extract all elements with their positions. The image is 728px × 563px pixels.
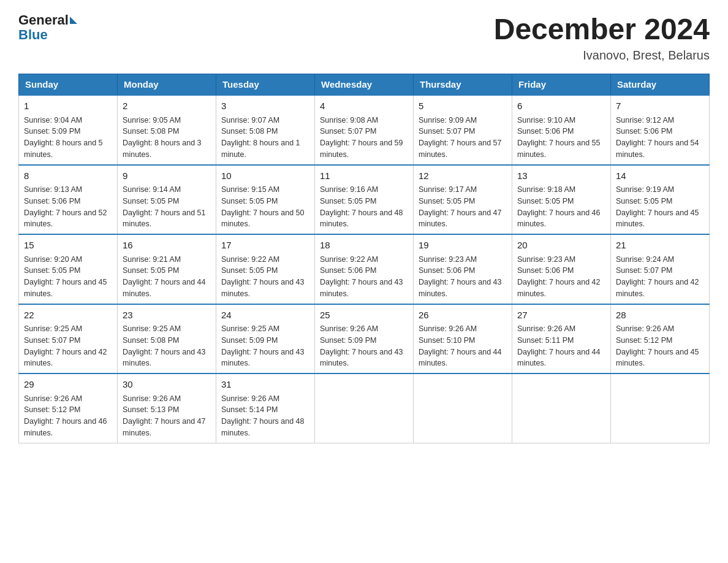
title-block: December 2024 Ivanovo, Brest, Belarus: [494, 12, 710, 63]
day-number: 22: [24, 308, 112, 323]
day-cell-5: 5Sunrise: 9:09 AMSunset: 5:07 PMDaylight…: [414, 95, 512, 165]
day-cell-25: 25Sunrise: 9:26 AMSunset: 5:09 PMDayligh…: [315, 304, 414, 374]
day-cell-23: 23Sunrise: 9:25 AMSunset: 5:08 PMDayligh…: [118, 304, 216, 374]
calendar-table: SundayMondayTuesdayWednesdayThursdayFrid…: [18, 74, 710, 443]
day-info: Sunrise: 9:21 AMSunset: 5:05 PMDaylight:…: [123, 254, 211, 300]
week-row-4: 22Sunrise: 9:25 AMSunset: 5:07 PMDayligh…: [19, 304, 710, 374]
day-info: Sunrise: 9:10 AMSunset: 5:06 PMDaylight:…: [517, 115, 605, 161]
day-info: Sunrise: 9:07 AMSunset: 5:08 PMDaylight:…: [221, 115, 309, 161]
day-info: Sunrise: 9:24 AMSunset: 5:07 PMDaylight:…: [616, 254, 704, 300]
col-header-wednesday: Wednesday: [315, 74, 414, 96]
day-info: Sunrise: 9:25 AMSunset: 5:09 PMDaylight:…: [221, 323, 309, 369]
day-info: Sunrise: 9:17 AMSunset: 5:05 PMDaylight:…: [419, 184, 507, 230]
day-number: 5: [419, 99, 507, 113]
day-number: 8: [24, 169, 112, 183]
day-info: Sunrise: 9:04 AMSunset: 5:09 PMDaylight:…: [24, 115, 112, 161]
logo-general-text: General: [18, 12, 69, 28]
day-info: Sunrise: 9:26 AMSunset: 5:12 PMDaylight:…: [616, 323, 704, 369]
day-number: 26: [419, 308, 507, 323]
day-cell-29: 29Sunrise: 9:26 AMSunset: 5:12 PMDayligh…: [19, 373, 118, 443]
day-cell-14: 14Sunrise: 9:19 AMSunset: 5:05 PMDayligh…: [611, 165, 710, 235]
day-number: 31: [221, 378, 309, 392]
empty-cell: [414, 373, 512, 443]
day-number: 19: [419, 239, 507, 253]
logo-arrow-icon: [70, 17, 77, 24]
day-cell-30: 30Sunrise: 9:26 AMSunset: 5:13 PMDayligh…: [118, 373, 216, 443]
logo: General Blue: [18, 12, 77, 43]
day-cell-1: 1Sunrise: 9:04 AMSunset: 5:09 PMDaylight…: [19, 95, 118, 165]
week-row-2: 8Sunrise: 9:13 AMSunset: 5:06 PMDaylight…: [19, 165, 710, 235]
day-info: Sunrise: 9:25 AMSunset: 5:08 PMDaylight:…: [123, 323, 211, 369]
day-info: Sunrise: 9:23 AMSunset: 5:06 PMDaylight:…: [517, 254, 605, 300]
day-cell-3: 3Sunrise: 9:07 AMSunset: 5:08 PMDaylight…: [216, 95, 315, 165]
day-info: Sunrise: 9:26 AMSunset: 5:12 PMDaylight:…: [24, 393, 112, 439]
day-number: 17: [221, 239, 309, 253]
day-number: 11: [320, 169, 408, 183]
day-cell-24: 24Sunrise: 9:25 AMSunset: 5:09 PMDayligh…: [216, 304, 315, 374]
day-cell-9: 9Sunrise: 9:14 AMSunset: 5:05 PMDaylight…: [118, 165, 216, 235]
col-header-friday: Friday: [512, 74, 611, 96]
day-cell-27: 27Sunrise: 9:26 AMSunset: 5:11 PMDayligh…: [512, 304, 611, 374]
day-cell-21: 21Sunrise: 9:24 AMSunset: 5:07 PMDayligh…: [611, 234, 710, 304]
day-number: 20: [517, 239, 605, 253]
day-info: Sunrise: 9:26 AMSunset: 5:14 PMDaylight:…: [221, 393, 309, 439]
day-info: Sunrise: 9:12 AMSunset: 5:06 PMDaylight:…: [616, 115, 704, 161]
week-row-1: 1Sunrise: 9:04 AMSunset: 5:09 PMDaylight…: [19, 95, 710, 165]
day-info: Sunrise: 9:25 AMSunset: 5:07 PMDaylight:…: [24, 323, 112, 369]
day-number: 16: [123, 239, 211, 253]
day-cell-22: 22Sunrise: 9:25 AMSunset: 5:07 PMDayligh…: [19, 304, 118, 374]
day-number: 15: [24, 239, 112, 253]
empty-cell: [315, 373, 414, 443]
day-cell-19: 19Sunrise: 9:23 AMSunset: 5:06 PMDayligh…: [414, 234, 512, 304]
day-number: 23: [123, 308, 211, 323]
day-info: Sunrise: 9:19 AMSunset: 5:05 PMDaylight:…: [616, 184, 704, 230]
col-header-thursday: Thursday: [414, 74, 512, 96]
day-info: Sunrise: 9:26 AMSunset: 5:10 PMDaylight:…: [419, 323, 507, 369]
day-cell-20: 20Sunrise: 9:23 AMSunset: 5:06 PMDayligh…: [512, 234, 611, 304]
day-info: Sunrise: 9:22 AMSunset: 5:06 PMDaylight:…: [320, 254, 408, 300]
day-number: 14: [616, 169, 704, 183]
day-number: 10: [221, 169, 309, 183]
col-header-monday: Monday: [118, 74, 216, 96]
day-number: 25: [320, 308, 408, 323]
day-info: Sunrise: 9:22 AMSunset: 5:05 PMDaylight:…: [221, 254, 309, 300]
day-cell-26: 26Sunrise: 9:26 AMSunset: 5:10 PMDayligh…: [414, 304, 512, 374]
day-cell-28: 28Sunrise: 9:26 AMSunset: 5:12 PMDayligh…: [611, 304, 710, 374]
day-info: Sunrise: 9:18 AMSunset: 5:05 PMDaylight:…: [517, 184, 605, 230]
col-header-sunday: Sunday: [19, 74, 118, 96]
week-row-5: 29Sunrise: 9:26 AMSunset: 5:12 PMDayligh…: [19, 373, 710, 443]
day-info: Sunrise: 9:15 AMSunset: 5:05 PMDaylight:…: [221, 184, 309, 230]
day-number: 24: [221, 308, 309, 323]
col-header-tuesday: Tuesday: [216, 74, 315, 96]
day-cell-31: 31Sunrise: 9:26 AMSunset: 5:14 PMDayligh…: [216, 373, 315, 443]
page-header: General Blue December 2024 Ivanovo, Bres…: [18, 12, 710, 63]
day-number: 29: [24, 378, 112, 392]
day-info: Sunrise: 9:16 AMSunset: 5:05 PMDaylight:…: [320, 184, 408, 230]
day-info: Sunrise: 9:14 AMSunset: 5:05 PMDaylight:…: [123, 184, 211, 230]
day-number: 1: [24, 99, 112, 113]
day-cell-15: 15Sunrise: 9:20 AMSunset: 5:05 PMDayligh…: [19, 234, 118, 304]
day-info: Sunrise: 9:09 AMSunset: 5:07 PMDaylight:…: [419, 115, 507, 161]
col-header-saturday: Saturday: [611, 74, 710, 96]
day-info: Sunrise: 9:13 AMSunset: 5:06 PMDaylight:…: [24, 184, 112, 230]
day-info: Sunrise: 9:20 AMSunset: 5:05 PMDaylight:…: [24, 254, 112, 300]
day-number: 6: [517, 99, 605, 113]
day-number: 27: [517, 308, 605, 323]
day-cell-13: 13Sunrise: 9:18 AMSunset: 5:05 PMDayligh…: [512, 165, 611, 235]
day-cell-6: 6Sunrise: 9:10 AMSunset: 5:06 PMDaylight…: [512, 95, 611, 165]
day-cell-12: 12Sunrise: 9:17 AMSunset: 5:05 PMDayligh…: [414, 165, 512, 235]
day-cell-18: 18Sunrise: 9:22 AMSunset: 5:06 PMDayligh…: [315, 234, 414, 304]
day-number: 13: [517, 169, 605, 183]
day-info: Sunrise: 9:26 AMSunset: 5:11 PMDaylight:…: [517, 323, 605, 369]
day-info: Sunrise: 9:05 AMSunset: 5:08 PMDaylight:…: [123, 115, 211, 161]
day-cell-8: 8Sunrise: 9:13 AMSunset: 5:06 PMDaylight…: [19, 165, 118, 235]
day-info: Sunrise: 9:26 AMSunset: 5:09 PMDaylight:…: [320, 323, 408, 369]
day-cell-16: 16Sunrise: 9:21 AMSunset: 5:05 PMDayligh…: [118, 234, 216, 304]
day-number: 12: [419, 169, 507, 183]
day-number: 30: [123, 378, 211, 392]
day-info: Sunrise: 9:23 AMSunset: 5:06 PMDaylight:…: [419, 254, 507, 300]
day-cell-10: 10Sunrise: 9:15 AMSunset: 5:05 PMDayligh…: [216, 165, 315, 235]
day-number: 18: [320, 239, 408, 253]
day-cell-4: 4Sunrise: 9:08 AMSunset: 5:07 PMDaylight…: [315, 95, 414, 165]
day-number: 7: [616, 99, 704, 113]
